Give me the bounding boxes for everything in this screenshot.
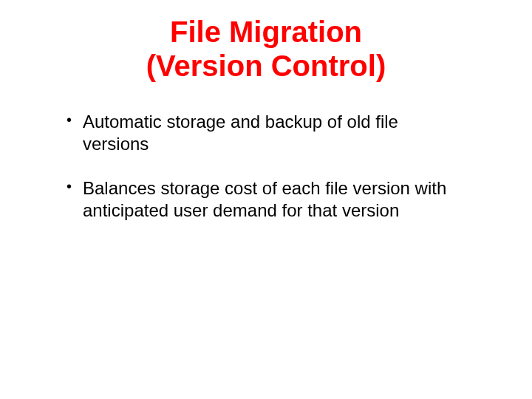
list-item: Automatic storage and backup of old file… — [66, 111, 488, 155]
bullet-text: Balances storage cost of each file versi… — [83, 178, 446, 220]
title-line-2: (Version Control) — [146, 50, 386, 82]
slide-title: File Migration (Version Control) — [44, 15, 488, 83]
bullet-text: Automatic storage and backup of old file… — [83, 112, 398, 154]
slide-container: File Migration (Version Control) Automat… — [0, 0, 532, 399]
title-line-1: File Migration — [170, 16, 362, 48]
bullet-list: Automatic storage and backup of old file… — [44, 111, 488, 222]
list-item: Balances storage cost of each file versi… — [66, 177, 488, 222]
